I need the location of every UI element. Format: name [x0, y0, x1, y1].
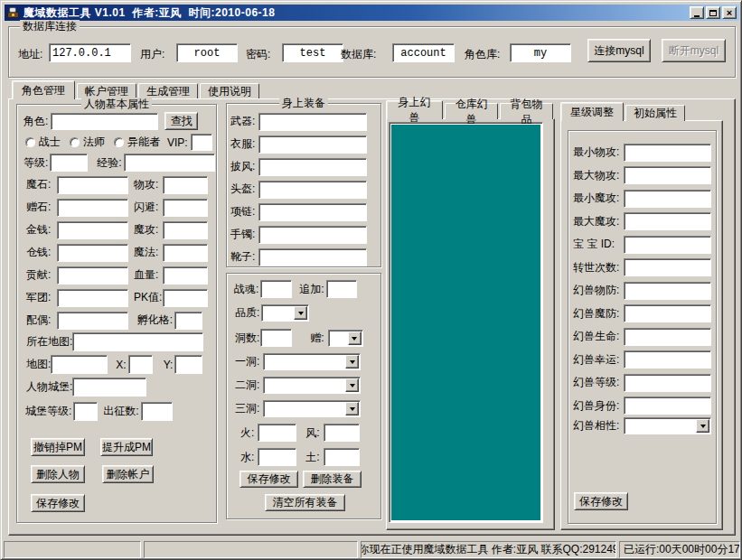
- main-tab[interactable]: 角色管理: [12, 80, 75, 99]
- wind-input[interactable]: [324, 424, 360, 442]
- chevron-down-icon[interactable]: [696, 419, 709, 433]
- castle-level-input[interactable]: [73, 402, 98, 421]
- connect-mysql-button[interactable]: 连接mysql: [587, 39, 651, 62]
- pet-listbox[interactable]: [389, 122, 543, 523]
- demote-pm-button[interactable]: 撤销掉PM: [31, 438, 85, 456]
- slot-input[interactable]: [258, 203, 367, 221]
- star-field-input[interactable]: [624, 397, 711, 415]
- star-field-input[interactable]: [624, 166, 711, 184]
- chevron-down-icon[interactable]: [345, 378, 359, 392]
- user-input[interactable]: [176, 43, 238, 62]
- chevron-down-icon[interactable]: [348, 331, 362, 345]
- earth-input[interactable]: [324, 448, 360, 466]
- append-input[interactable]: [326, 280, 357, 298]
- star-field-input[interactable]: [624, 282, 711, 300]
- y-input[interactable]: [174, 355, 202, 374]
- slot-input[interactable]: [258, 181, 367, 199]
- current-map-input[interactable]: [72, 332, 203, 351]
- pet-tab[interactable]: 仓库幻兽: [445, 103, 498, 119]
- hole-dropdown[interactable]: [263, 400, 361, 417]
- level-input[interactable]: [50, 154, 88, 172]
- slot-input[interactable]: [258, 248, 367, 266]
- attribute-pair-rows: 魔石: 物攻: 赠石: 闪避: 金钱:: [17, 173, 216, 331]
- attribute-input-right[interactable]: [163, 176, 208, 194]
- star-field-input[interactable]: [624, 190, 711, 208]
- fire-input[interactable]: [258, 424, 296, 442]
- window-title: 魔域数据工具 V1.01 作者:亚风 时间:2010-06-18: [23, 5, 275, 21]
- append-label: 追加:: [299, 282, 324, 297]
- exp-input[interactable]: [124, 154, 215, 172]
- delete-equipment-button[interactable]: 删除装备: [303, 471, 362, 488]
- star-field-input[interactable]: [624, 212, 711, 230]
- attribute-input-left[interactable]: [57, 289, 128, 307]
- attribute-input-right[interactable]: [163, 244, 208, 262]
- star-field-input[interactable]: [624, 328, 711, 346]
- quality-dropdown[interactable]: [261, 304, 309, 322]
- database-input[interactable]: [392, 43, 455, 62]
- roledb-input[interactable]: [510, 43, 571, 62]
- radio-esper[interactable]: [114, 137, 124, 147]
- slot-input[interactable]: [258, 226, 367, 244]
- title-bar[interactable]: 魔域数据工具 V1.01 作者:亚风 时间:2010-06-18 ×: [5, 5, 739, 21]
- attribute-input-left[interactable]: [57, 266, 128, 285]
- star-field-input[interactable]: [624, 236, 711, 254]
- disconnect-mysql-button: 断开mysql: [662, 39, 726, 62]
- hole-dropdown[interactable]: [263, 377, 361, 394]
- map-input[interactable]: [51, 355, 108, 374]
- vip-input[interactable]: [191, 134, 212, 151]
- chevron-down-icon[interactable]: [345, 402, 359, 415]
- radio-mage[interactable]: [70, 137, 80, 147]
- x-input[interactable]: [128, 355, 153, 374]
- pet-list-area[interactable]: [391, 125, 540, 520]
- water-input[interactable]: [258, 448, 296, 466]
- save-star-button[interactable]: 保存修改: [574, 492, 628, 510]
- slot-input[interactable]: [258, 113, 367, 131]
- slot-input[interactable]: [258, 158, 367, 176]
- address-input[interactable]: [49, 43, 131, 62]
- attribute-input-right[interactable]: [163, 289, 208, 307]
- affinity-dropdown[interactable]: [624, 417, 711, 434]
- save-character-button[interactable]: 保存修改: [31, 494, 85, 512]
- star-field-input[interactable]: [624, 304, 711, 322]
- attribute-input-left[interactable]: [57, 221, 128, 239]
- star-field-input[interactable]: [624, 350, 711, 369]
- gift-dropdown[interactable]: [328, 330, 363, 347]
- attribute-input-right[interactable]: [174, 312, 202, 330]
- attribute-input-right[interactable]: [163, 266, 208, 285]
- attribute-input-left[interactable]: [57, 199, 128, 217]
- role-input[interactable]: [51, 113, 158, 130]
- star-field-input[interactable]: [624, 258, 711, 276]
- pet-tab[interactable]: 背包物品: [500, 103, 553, 119]
- star-tab[interactable]: 星级调整: [560, 102, 624, 121]
- chevron-down-icon[interactable]: [345, 355, 359, 369]
- delete-account-button[interactable]: 删除帐户: [102, 465, 154, 483]
- equipment-detail-group: 战魂: 追加: 品质: 洞数: 赠:: [226, 273, 381, 519]
- star-tab[interactable]: 初始属性: [625, 105, 685, 121]
- attribute-input-right[interactable]: [163, 199, 208, 217]
- attribute-input-left[interactable]: [57, 244, 128, 262]
- radio-warrior[interactable]: [25, 137, 35, 147]
- find-button[interactable]: 查找: [164, 112, 198, 130]
- minimize-icon[interactable]: [690, 6, 704, 19]
- save-equipment-button[interactable]: 保存修改: [240, 471, 298, 488]
- close-icon[interactable]: ×: [722, 6, 737, 19]
- maximize-icon[interactable]: [706, 6, 720, 19]
- chevron-down-icon[interactable]: [294, 306, 307, 320]
- password-input[interactable]: [282, 43, 343, 62]
- star-field-input[interactable]: [624, 374, 711, 392]
- attribute-input-left[interactable]: [57, 312, 128, 330]
- pet-tab[interactable]: 身上幻兽: [386, 100, 443, 119]
- clear-all-equipment-button[interactable]: 清空所有装备: [265, 494, 345, 511]
- attribute-input-right[interactable]: [163, 221, 208, 239]
- delete-character-button[interactable]: 删除人物: [31, 465, 85, 483]
- main-tab[interactable]: 使用说明: [200, 83, 259, 99]
- soul-input[interactable]: [260, 280, 292, 298]
- attribute-input-left[interactable]: [57, 176, 128, 194]
- star-field-input[interactable]: [624, 144, 711, 162]
- slot-input[interactable]: [258, 135, 367, 154]
- holes-input[interactable]: [260, 329, 292, 347]
- promote-pm-button[interactable]: 提升成PM: [100, 438, 153, 456]
- hole-dropdown[interactable]: [263, 353, 361, 370]
- castle-input[interactable]: [72, 378, 146, 397]
- expedition-input[interactable]: [141, 402, 173, 421]
